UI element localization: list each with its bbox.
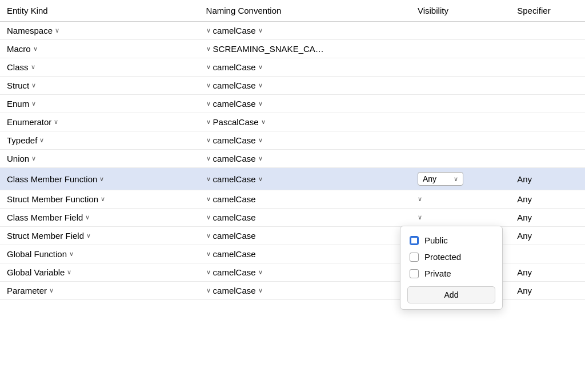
entity-kind-cell: Enum ∨ <box>0 95 199 113</box>
checkbox-public[interactable] <box>410 236 419 245</box>
convention-chevron[interactable]: ∨ <box>258 155 263 162</box>
convention-chevron-left[interactable]: ∨ <box>206 287 211 294</box>
table-row[interactable]: Enum ∨ ∨ camelCase ∨ <box>0 95 585 113</box>
convention-label: camelCase <box>213 249 256 259</box>
convention-chevron[interactable]: ∨ <box>258 63 263 71</box>
main-container: Entity Kind Naming Convention Visibility… <box>0 0 585 392</box>
convention-cell: ∨ camelCase ∨ <box>199 168 411 190</box>
entity-chevron[interactable]: ∨ <box>67 269 71 276</box>
convention-chevron-left[interactable]: ∨ <box>206 27 211 34</box>
entity-chevron[interactable]: ∨ <box>69 250 74 258</box>
dropdown-item-private[interactable]: Private <box>400 265 502 282</box>
convention-cell: ∨ camelCase ∨ <box>199 282 411 300</box>
entity-chevron[interactable]: ∨ <box>39 137 44 144</box>
table-row[interactable]: Macro ∨ ∨ SCREAMING_SNAKE_CA… <box>0 40 585 58</box>
table-row[interactable]: Class Member Field ∨ ∨ camelCase ∨ Any <box>0 209 585 227</box>
entity-kind-cell: Class ∨ <box>0 58 199 77</box>
convention-chevron-left[interactable]: ∨ <box>206 100 211 107</box>
entity-chevron[interactable]: ∨ <box>33 45 38 53</box>
table-row[interactable]: Class Member Function ∨ ∨ camelCase ∨ An… <box>0 168 585 190</box>
visibility-cell <box>411 150 510 168</box>
entity-label: Namespace <box>7 26 53 35</box>
table-row[interactable]: Namespace ∨ ∨ camelCase ∨ <box>0 22 585 40</box>
visibility-cell <box>411 131 510 150</box>
convention-chevron-left[interactable]: ∨ <box>206 118 211 126</box>
visibility-chevron[interactable]: ∨ <box>418 195 422 203</box>
convention-chevron-left[interactable]: ∨ <box>206 175 211 183</box>
convention-cell: ∨ camelCase <box>199 245 411 263</box>
convention-chevron-left[interactable]: ∨ <box>206 45 211 53</box>
entity-chevron[interactable]: ∨ <box>101 195 105 203</box>
convention-chevron[interactable]: ∨ <box>258 82 263 89</box>
convention-chevron-left[interactable]: ∨ <box>206 269 211 276</box>
convention-chevron-left[interactable]: ∨ <box>206 250 211 258</box>
entity-kind-cell: Namespace ∨ <box>0 22 199 40</box>
convention-label: camelCase <box>213 267 256 277</box>
visibility-cell <box>411 22 510 40</box>
entity-chevron[interactable]: ∨ <box>55 27 59 34</box>
visibility-chevron[interactable]: ∨ <box>418 214 422 221</box>
table-row[interactable]: Struct Member Function ∨ ∨ camelCase ∨ A… <box>0 190 585 209</box>
visibility-dropdown-chevron: ∨ <box>454 175 458 183</box>
convention-chevron-left[interactable]: ∨ <box>206 195 211 203</box>
specifier-cell <box>510 245 585 263</box>
convention-chevron[interactable]: ∨ <box>258 287 263 294</box>
entity-kind-cell: Macro ∨ <box>0 40 199 58</box>
convention-cell: ∨ camelCase ∨ <box>199 131 411 150</box>
entity-chevron[interactable]: ∨ <box>31 155 36 162</box>
visibility-cell <box>411 77 510 95</box>
entity-kind-cell: Struct ∨ <box>0 77 199 95</box>
specifier-cell: Any <box>510 190 585 209</box>
dropdown-item-public[interactable]: Public <box>400 232 502 249</box>
entity-chevron[interactable]: ∨ <box>49 287 54 294</box>
convention-chevron[interactable]: ∨ <box>258 100 263 107</box>
convention-chevron-left[interactable]: ∨ <box>206 63 211 71</box>
convention-chevron-left[interactable]: ∨ <box>206 137 211 144</box>
specifier-value: Any <box>517 286 532 295</box>
table-row[interactable]: Class ∨ ∨ camelCase ∨ <box>0 58 585 77</box>
dropdown-item-protected[interactable]: Protected <box>400 249 502 265</box>
table-row[interactable]: Union ∨ ∨ camelCase ∨ <box>0 150 585 168</box>
entity-label: Typedef <box>7 135 37 145</box>
convention-chevron-left[interactable]: ∨ <box>206 232 211 239</box>
convention-chevron[interactable]: ∨ <box>258 175 263 183</box>
add-button[interactable]: Add <box>407 286 495 303</box>
convention-chevron[interactable]: ∨ <box>258 137 263 144</box>
entity-chevron[interactable]: ∨ <box>86 232 91 239</box>
visibility-select[interactable]: Any ∨ <box>418 172 463 186</box>
convention-chevron-left[interactable]: ∨ <box>206 214 211 221</box>
col-header-entity-kind: Entity Kind <box>0 0 199 22</box>
entity-chevron[interactable]: ∨ <box>54 118 58 126</box>
convention-label: PascalCase <box>213 117 259 127</box>
visibility-cell <box>411 113 510 131</box>
convention-chevron[interactable]: ∨ <box>258 269 263 276</box>
convention-label: camelCase <box>213 26 256 35</box>
entity-label: Global Variable <box>7 267 65 277</box>
entity-label: Global Function <box>7 249 67 259</box>
entity-label: Enumerator <box>7 117 51 127</box>
table-row[interactable]: Typedef ∨ ∨ camelCase ∨ <box>0 131 585 150</box>
convention-chevron-left[interactable]: ∨ <box>206 82 211 89</box>
convention-chevron-left[interactable]: ∨ <box>206 155 211 162</box>
entity-kind-cell: Struct Member Field ∨ <box>0 227 199 245</box>
checkbox-private[interactable] <box>410 269 419 278</box>
convention-cell: ∨ SCREAMING_SNAKE_CA… <box>199 40 411 58</box>
entity-chevron[interactable]: ∨ <box>99 175 104 183</box>
convention-chevron[interactable]: ∨ <box>261 118 266 126</box>
col-header-specifier: Specifier <box>510 0 585 22</box>
convention-label: camelCase <box>213 213 256 222</box>
visibility-value: Any <box>423 174 436 183</box>
convention-label: camelCase <box>213 286 256 295</box>
convention-cell: ∨ camelCase <box>199 209 411 227</box>
entity-chevron[interactable]: ∨ <box>31 100 36 107</box>
convention-label: camelCase <box>213 174 256 184</box>
entity-kind-cell: Global Variable ∨ <box>0 263 199 282</box>
table-row[interactable]: Enumerator ∨ ∨ PascalCase ∨ <box>0 113 585 131</box>
convention-cell: ∨ PascalCase ∨ <box>199 113 411 131</box>
entity-chevron[interactable]: ∨ <box>31 82 36 89</box>
table-row[interactable]: Struct ∨ ∨ camelCase ∨ <box>0 77 585 95</box>
entity-chevron[interactable]: ∨ <box>85 214 90 221</box>
entity-chevron[interactable]: ∨ <box>31 63 35 71</box>
checkbox-protected[interactable] <box>410 253 419 262</box>
convention-chevron[interactable]: ∨ <box>258 27 263 34</box>
